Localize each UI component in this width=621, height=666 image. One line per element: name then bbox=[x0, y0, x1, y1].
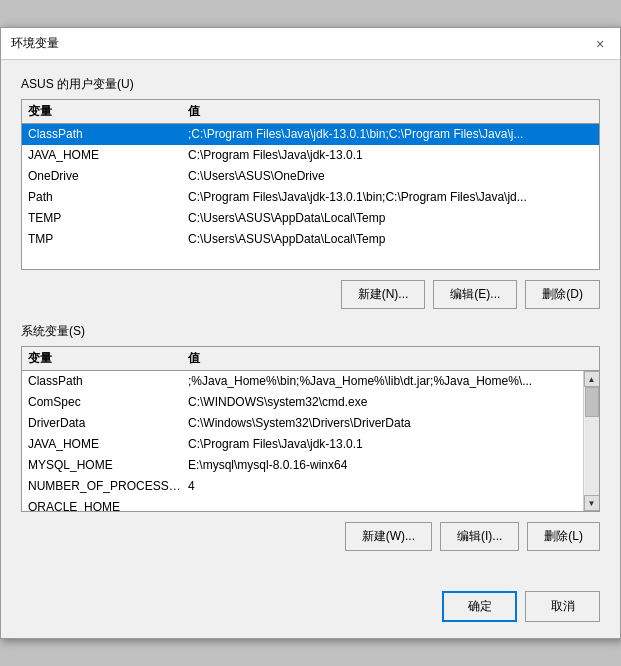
sys-section-label: 系统变量(S) bbox=[21, 323, 600, 340]
val-cell: 4 bbox=[188, 479, 577, 493]
table-row[interactable]: TMP C:\Users\ASUS\AppData\Local\Temp bbox=[22, 229, 599, 250]
scrollbar: ▲ ▼ bbox=[583, 371, 599, 511]
val-cell: C:\WINDOWS\system32\cmd.exe bbox=[188, 395, 577, 409]
val-cell: C:\Users\ASUS\OneDrive bbox=[188, 169, 593, 183]
user-table-header: 变量 值 bbox=[22, 100, 599, 124]
val-cell: E:\mysql\mysql-8.0.16-winx64 bbox=[188, 458, 577, 472]
table-row[interactable]: TEMP C:\Users\ASUS\AppData\Local\Temp bbox=[22, 208, 599, 229]
val-cell: C:\Program Files\Java\jdk-13.0.1 bbox=[188, 148, 593, 162]
sys-new-button[interactable]: 新建(W)... bbox=[345, 522, 432, 551]
table-row[interactable]: MYSQL_HOME E:\mysql\mysql-8.0.16-winx64 bbox=[22, 455, 583, 476]
sys-delete-button[interactable]: 删除(L) bbox=[527, 522, 600, 551]
sys-edit-button[interactable]: 编辑(I)... bbox=[440, 522, 519, 551]
table-row[interactable]: OneDrive C:\Users\ASUS\OneDrive bbox=[22, 166, 599, 187]
val-cell: ;%Java_Home%\bin;%Java_Home%\lib\dt.jar;… bbox=[188, 374, 577, 388]
user-buttons-row: 新建(N)... 编辑(E)... 删除(D) bbox=[21, 280, 600, 309]
val-cell: ;C:\Program Files\Java\jdk-13.0.1\bin;C:… bbox=[188, 127, 593, 141]
dialog-body: ASUS 的用户变量(U) 变量 值 ClassPath ;C:\Program… bbox=[1, 60, 620, 581]
var-cell: TMP bbox=[28, 232, 188, 246]
user-variables-table: 变量 值 ClassPath ;C:\Program Files\Java\jd… bbox=[21, 99, 600, 270]
table-row[interactable]: JAVA_HOME C:\Program Files\Java\jdk-13.0… bbox=[22, 434, 583, 455]
var-cell: JAVA_HOME bbox=[28, 148, 188, 162]
sys-var-col-header: 变量 bbox=[28, 350, 188, 367]
cancel-button[interactable]: 取消 bbox=[525, 591, 600, 622]
val-cell: C:\Program Files\Java\jdk-13.0.1 bbox=[188, 437, 577, 451]
scroll-up-button[interactable]: ▲ bbox=[584, 371, 600, 387]
val-cell: C:\Users\ASUS\AppData\Local\Temp bbox=[188, 232, 593, 246]
var-cell: ClassPath bbox=[28, 127, 188, 141]
val-cell: C:\Program Files\Java\jdk-13.0.1\bin;C:\… bbox=[188, 190, 593, 204]
sys-buttons-row: 新建(W)... 编辑(I)... 删除(L) bbox=[21, 522, 600, 551]
sys-table-inner: ClassPath ;%Java_Home%\bin;%Java_Home%\l… bbox=[22, 371, 583, 511]
sys-table-header: 变量 值 bbox=[22, 347, 599, 371]
table-row[interactable]: ClassPath ;%Java_Home%\bin;%Java_Home%\l… bbox=[22, 371, 583, 392]
dialog-title: 环境变量 bbox=[11, 35, 59, 52]
var-cell: TEMP bbox=[28, 211, 188, 225]
var-cell: NUMBER_OF_PROCESSORS bbox=[28, 479, 188, 493]
user-table-body: ClassPath ;C:\Program Files\Java\jdk-13.… bbox=[22, 124, 599, 269]
var-cell: OneDrive bbox=[28, 169, 188, 183]
sys-val-col-header: 值 bbox=[188, 350, 593, 367]
user-new-button[interactable]: 新建(N)... bbox=[341, 280, 426, 309]
var-cell: ORACLE_HOME bbox=[28, 500, 188, 511]
scroll-track bbox=[585, 387, 599, 495]
table-row[interactable]: ComSpec C:\WINDOWS\system32\cmd.exe bbox=[22, 392, 583, 413]
ok-button[interactable]: 确定 bbox=[442, 591, 517, 622]
sys-table-body: ClassPath ;%Java_Home%\bin;%Java_Home%\l… bbox=[22, 371, 583, 511]
var-cell: Path bbox=[28, 190, 188, 204]
user-variables-section: ASUS 的用户变量(U) 变量 值 ClassPath ;C:\Program… bbox=[21, 76, 600, 309]
val-cell: C:\Windows\System32\Drivers\DriverData bbox=[188, 416, 577, 430]
var-cell: DriverData bbox=[28, 416, 188, 430]
table-row[interactable]: JAVA_HOME C:\Program Files\Java\jdk-13.0… bbox=[22, 145, 599, 166]
user-delete-button[interactable]: 删除(D) bbox=[525, 280, 600, 309]
user-val-col-header: 值 bbox=[188, 103, 593, 120]
sys-variables-section: 系统变量(S) 变量 值 ClassPath ;%Java_Home%\bin;… bbox=[21, 323, 600, 551]
env-variables-dialog: 环境变量 × ASUS 的用户变量(U) 变量 值 ClassPath ;C:\… bbox=[0, 27, 621, 639]
table-row[interactable]: ORACLE_HOME bbox=[22, 497, 583, 511]
table-row[interactable]: DriverData C:\Windows\System32\Drivers\D… bbox=[22, 413, 583, 434]
table-row[interactable]: NUMBER_OF_PROCESSORS 4 bbox=[22, 476, 583, 497]
var-cell: ComSpec bbox=[28, 395, 188, 409]
sys-variables-table: 变量 值 ClassPath ;%Java_Home%\bin;%Java_Ho… bbox=[21, 346, 600, 512]
val-cell: C:\Users\ASUS\AppData\Local\Temp bbox=[188, 211, 593, 225]
user-section-label: ASUS 的用户变量(U) bbox=[21, 76, 600, 93]
scroll-down-button[interactable]: ▼ bbox=[584, 495, 600, 511]
user-var-col-header: 变量 bbox=[28, 103, 188, 120]
table-row[interactable]: Path C:\Program Files\Java\jdk-13.0.1\bi… bbox=[22, 187, 599, 208]
scroll-thumb[interactable] bbox=[585, 387, 599, 417]
var-cell: JAVA_HOME bbox=[28, 437, 188, 451]
var-cell: MYSQL_HOME bbox=[28, 458, 188, 472]
table-row[interactable]: ClassPath ;C:\Program Files\Java\jdk-13.… bbox=[22, 124, 599, 145]
title-bar: 环境变量 × bbox=[1, 28, 620, 60]
var-cell: ClassPath bbox=[28, 374, 188, 388]
user-edit-button[interactable]: 编辑(E)... bbox=[433, 280, 517, 309]
val-cell bbox=[188, 500, 577, 511]
dialog-footer: 确定 取消 bbox=[1, 581, 620, 638]
sys-scroll-wrapper: ClassPath ;%Java_Home%\bin;%Java_Home%\l… bbox=[22, 371, 599, 511]
close-button[interactable]: × bbox=[590, 34, 610, 54]
